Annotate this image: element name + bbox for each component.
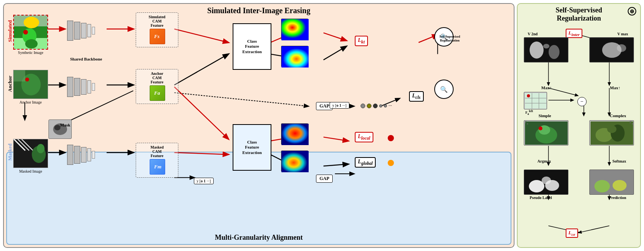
svg-point-92 — [613, 180, 627, 191]
vmax-label: V max — [617, 32, 628, 36]
heatmap1-graphic — [281, 19, 309, 40]
anchor-image-label: Anchor Image — [13, 100, 48, 104]
heatmap2-graphic — [281, 46, 309, 68]
prediction-label-text: Prediction — [609, 196, 626, 200]
right-panel-title: Self-SupervisedRegularization — [556, 6, 602, 23]
dots-row-top: ··· — [361, 103, 392, 109]
svg-point-66 — [530, 42, 544, 59]
masked-cam-label: MaskedCAMFeature — [150, 145, 164, 158]
fa-left-box — [524, 92, 547, 109]
svg-point-77 — [527, 94, 530, 97]
svg-point-68 — [543, 44, 549, 48]
argmax-label: Argmax — [537, 159, 551, 163]
pseudo-graphic — [525, 171, 568, 194]
svg-line-7 — [174, 54, 228, 85]
max-left-label: Max↑ — [541, 85, 552, 90]
softmax-label: Softmax — [612, 159, 626, 163]
fa-left-graphic — [525, 93, 546, 109]
heatmap-bottom-1 — [281, 123, 308, 145]
svg-line-11 — [323, 46, 346, 60]
mask-label: Mask — [60, 123, 70, 127]
simulated-cam-label: SimulatedCAMFeature — [148, 15, 165, 28]
svg-rect-38 — [14, 70, 25, 81]
fa-simple-label: Fa — [525, 120, 528, 125]
svg-point-31 — [24, 17, 39, 28]
v2nd-graphic — [525, 38, 568, 62]
simulated-cam-feature: SimulatedCAMFeature Fs — [136, 12, 178, 47]
svg-point-46 — [54, 125, 60, 130]
linter-label: Linter — [566, 29, 582, 38]
max-right-label: Max↑ — [610, 85, 620, 90]
synthetic-image — [13, 15, 48, 50]
orange-dot — [388, 160, 394, 166]
fa-complex-box — [589, 120, 634, 145]
masked-image — [13, 139, 48, 168]
anchor-img-graphic — [14, 70, 48, 99]
backbone-simulated — [67, 21, 95, 41]
lce-label: Lce — [566, 228, 578, 238]
svg-line-56 — [549, 88, 578, 96]
main-title: Simulated Inter-Image Erasing — [6, 6, 511, 15]
pseudo-label-text: Pseudo Label — [530, 196, 552, 200]
svg-line-64 — [579, 226, 609, 233]
svg-line-10 — [323, 33, 346, 41]
pseudo-label-box — [524, 170, 568, 195]
masked-image-label: Masked Image — [13, 169, 48, 173]
masked-label: Masked — [7, 144, 13, 161]
self-supervised-label: Self-SupervisedRegularization — [438, 35, 461, 42]
rp-content: Linter V 2nd — [520, 24, 638, 245]
svg-rect-47 — [281, 19, 309, 40]
plus-icon[interactable]: ⊕ — [628, 7, 636, 16]
heatmap3-graphic — [281, 124, 309, 145]
heatmap-top-1 — [281, 19, 308, 40]
masked-cam-feature: MaskedCAMFeature Fm — [136, 143, 178, 178]
fa-simple-box — [524, 120, 568, 145]
anchor-label: Anchor — [7, 76, 13, 92]
svg-line-12 — [174, 93, 308, 106]
fm-label: Fm — [154, 164, 162, 170]
svg-point-85 — [607, 125, 616, 133]
svg-rect-48 — [281, 46, 309, 68]
vmax-box — [589, 37, 634, 62]
svg-point-81 — [539, 126, 542, 130]
llocal-label: Llocal — [355, 132, 373, 142]
anchor-cam-label: AnchorCAMFeature — [150, 71, 163, 84]
lkt-label: Lkt — [355, 36, 368, 46]
lcls-label: Lcls — [409, 91, 424, 102]
svg-point-67 — [549, 45, 559, 59]
svg-point-34 — [23, 30, 28, 35]
backbone-anchor — [67, 77, 95, 97]
heatmap4-graphic — [281, 151, 309, 172]
cfe-top: ClassFeatureExtraction — [233, 23, 271, 70]
main-container: Simulated Inter-Image Erasing Multi-Gran… — [0, 0, 644, 251]
right-panel: Self-SupervisedRegularization ⊕ — [517, 3, 641, 248]
complex-label: Complex — [610, 113, 626, 118]
lglobal-label: Lglobal — [355, 157, 376, 168]
y-label-bottom: y [o 1 ···] — [194, 178, 214, 184]
synthetic-img-graphic — [14, 15, 47, 50]
svg-point-33 — [25, 39, 38, 48]
synthetic-image-label: Synthetic Image — [13, 50, 48, 55]
anchor-cam-feature: AnchorCAMFeature Fa — [136, 69, 178, 104]
svg-point-91 — [594, 180, 610, 192]
gap-bottom: GAP — [316, 175, 333, 183]
minus-circle: − — [577, 97, 587, 106]
svg-rect-50 — [281, 151, 309, 172]
red-dot — [388, 135, 394, 141]
prediction-box — [589, 170, 634, 195]
cfe-bottom: ClassFeatureExtraction — [233, 124, 271, 171]
simple-label: Simple — [539, 113, 551, 118]
y-label-top: y [o 1 ···] — [330, 102, 349, 109]
left-panel: Simulated Inter-Image Erasing Multi-Gran… — [3, 3, 515, 248]
fa-complex-graphic — [590, 121, 633, 145]
heatmap-top-2 — [281, 46, 308, 67]
fs-label: Fs — [154, 33, 160, 40]
multi-granularity-title: Multi-Granularity Alignment — [7, 234, 511, 242]
svg-line-19 — [323, 137, 348, 141]
svg-point-37 — [25, 78, 29, 81]
fa-simple-graphic — [525, 121, 568, 145]
backbone-masked — [67, 145, 95, 165]
fa-left-label: Faleft — [525, 109, 533, 116]
prediction-graphic — [590, 171, 633, 194]
svg-line-15 — [174, 87, 228, 139]
